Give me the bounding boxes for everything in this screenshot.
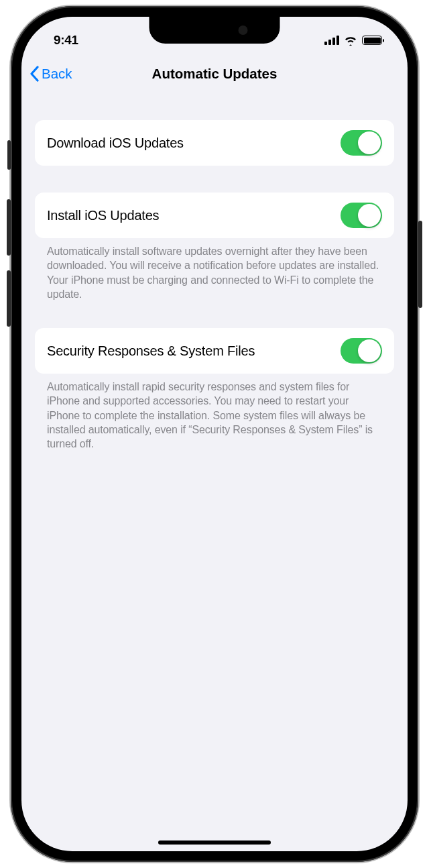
battery-icon bbox=[362, 36, 382, 45]
page-title: Automatic Updates bbox=[21, 66, 408, 82]
install-updates-label: Install iOS Updates bbox=[47, 208, 159, 223]
volume-up-button bbox=[7, 199, 11, 256]
settings-content: Download iOS Updates Install iOS Updates… bbox=[21, 120, 408, 451]
silence-switch bbox=[7, 140, 11, 170]
home-indicator[interactable] bbox=[158, 840, 271, 845]
power-button bbox=[418, 221, 422, 308]
security-responses-label: Security Responses & System Files bbox=[47, 343, 255, 359]
security-responses-footer: Automatically install rapid security res… bbox=[35, 374, 394, 451]
volume-down-button bbox=[7, 270, 11, 327]
notch bbox=[149, 17, 280, 44]
install-updates-footer: Automatically install software updates o… bbox=[35, 238, 394, 301]
screen: 9:41 bbox=[21, 17, 408, 851]
phone-frame: 9:41 bbox=[11, 6, 418, 862]
download-updates-label: Download iOS Updates bbox=[47, 135, 184, 151]
install-updates-row: Install iOS Updates bbox=[35, 193, 394, 238]
install-updates-group: Install iOS Updates Automatically instal… bbox=[35, 193, 394, 301]
nav-bar: Back Automatic Updates bbox=[21, 54, 408, 93]
security-responses-toggle[interactable] bbox=[341, 338, 382, 364]
download-updates-group: Download iOS Updates bbox=[35, 120, 394, 166]
back-button[interactable]: Back bbox=[29, 66, 72, 82]
wifi-icon bbox=[344, 36, 357, 46]
status-icons bbox=[324, 36, 383, 46]
back-button-label: Back bbox=[42, 66, 72, 82]
chevron-left-icon bbox=[29, 66, 40, 82]
install-updates-toggle[interactable] bbox=[341, 203, 382, 228]
download-updates-toggle[interactable] bbox=[341, 130, 382, 156]
cellular-icon bbox=[324, 36, 339, 45]
security-responses-row: Security Responses & System Files bbox=[35, 328, 394, 374]
download-updates-row: Download iOS Updates bbox=[35, 120, 394, 166]
status-time: 9:41 bbox=[46, 33, 78, 48]
security-responses-group: Security Responses & System Files Automa… bbox=[35, 328, 394, 451]
